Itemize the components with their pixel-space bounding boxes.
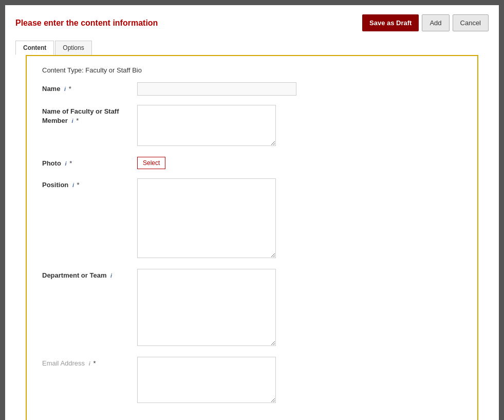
info-icon-position[interactable]: i <box>72 181 74 189</box>
field-label-faculty-name: Name of Faculty or Staff Member i * <box>42 105 137 125</box>
header: Please enter the content information Sav… <box>5 5 499 41</box>
page-container: Please enter the content information Sav… <box>5 5 499 420</box>
info-icon-email[interactable]: i <box>89 360 90 368</box>
content-type-row: Content Type: Faculty or Staff Bio <box>42 66 462 74</box>
content-type-value: Faculty or Staff Bio <box>85 66 142 74</box>
position-textarea[interactable] <box>137 178 276 258</box>
header-buttons: Save as Draft Add Cancel <box>362 14 489 31</box>
save-draft-button[interactable]: Save as Draft <box>362 14 419 31</box>
info-icon-name[interactable]: i <box>64 85 66 93</box>
faculty-name-textarea[interactable] <box>137 105 276 146</box>
required-photo: * <box>69 159 72 167</box>
required-position: * <box>77 181 80 189</box>
field-label-photo: Photo i * <box>42 157 137 168</box>
field-label-position: Position i * <box>42 178 137 190</box>
tabs-container: Content Options Content Type: Faculty or… <box>15 41 489 420</box>
content-type-label: Content Type: <box>42 66 84 74</box>
required-faculty-name: * <box>76 117 79 124</box>
field-input-email <box>137 357 462 405</box>
field-label-name: Name i * <box>42 82 137 94</box>
info-icon-faculty-name[interactable]: i <box>71 117 73 125</box>
field-row-email: Email Address i * <box>42 357 462 405</box>
tab-options[interactable]: Options <box>55 41 91 55</box>
field-input-position <box>137 178 462 260</box>
info-icon-photo[interactable]: i <box>65 160 66 168</box>
add-button[interactable]: Add <box>422 14 449 31</box>
field-label-email: Email Address i * <box>42 357 137 368</box>
photo-select-button[interactable]: Select <box>137 157 165 169</box>
field-row-faculty-name: Name of Faculty or Staff Member i * <box>42 105 462 148</box>
email-textarea[interactable] <box>137 357 276 403</box>
field-input-name <box>137 82 462 96</box>
field-input-photo: Select <box>137 157 462 169</box>
field-row-position: Position i * <box>42 178 462 260</box>
name-input[interactable] <box>137 82 296 96</box>
form-panel: Content Type: Faculty or Staff Bio Name … <box>26 55 478 420</box>
field-row-name: Name i * <box>42 82 462 96</box>
tab-content[interactable]: Content <box>15 41 54 55</box>
field-row-department: Department or Team i <box>42 269 462 348</box>
tabs: Content Options <box>15 41 489 55</box>
info-icon-department[interactable]: i <box>110 272 112 280</box>
required-email: * <box>93 359 96 367</box>
field-input-faculty-name <box>137 105 462 148</box>
cancel-button[interactable]: Cancel <box>453 14 489 31</box>
page-title: Please enter the content information <box>15 19 158 28</box>
field-label-department: Department or Team i <box>42 269 137 280</box>
field-input-department <box>137 269 462 348</box>
required-name: * <box>69 85 71 93</box>
department-textarea[interactable] <box>137 269 276 346</box>
email-label-text: Email Address <box>42 359 85 367</box>
field-row-photo: Photo i * Select <box>42 157 462 169</box>
